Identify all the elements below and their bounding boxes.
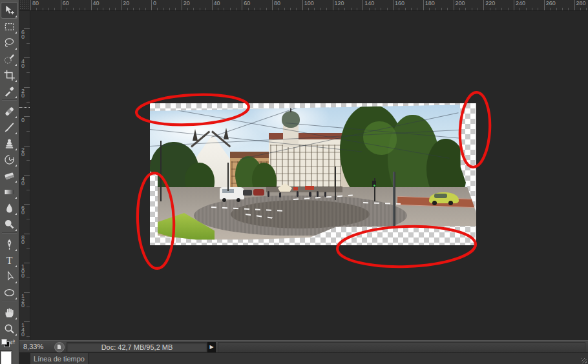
ruler-label: 100 bbox=[304, 1, 314, 6]
tool-ellipse-shape[interactable] bbox=[1, 285, 17, 300]
tool-lasso[interactable] bbox=[1, 35, 17, 50]
ruler-major-tick bbox=[544, 0, 545, 10]
photo-van-wheel bbox=[236, 198, 240, 202]
tool-move[interactable] bbox=[1, 3, 17, 18]
ruler-major-tick bbox=[242, 0, 242, 10]
ruler-minor-tick bbox=[127, 8, 128, 10]
healing-brush-icon bbox=[3, 105, 16, 118]
ruler-major-tick bbox=[24, 57, 30, 58]
tool-zoom[interactable] bbox=[1, 321, 17, 336]
photo-document[interactable] bbox=[150, 103, 476, 245]
tab-timeline[interactable]: Línea de tiempo bbox=[30, 353, 89, 364]
foreground-color-swatch[interactable] bbox=[1, 351, 12, 364]
ruler-major-tick bbox=[24, 234, 30, 234]
ruler-label: 80 bbox=[32, 1, 39, 6]
ruler-label: 140 bbox=[364, 1, 374, 6]
default-colors-icon[interactable] bbox=[1, 339, 9, 347]
ruler-minor-tick bbox=[163, 8, 164, 10]
ruler-label: 160 bbox=[395, 1, 404, 6]
type-icon: T bbox=[3, 254, 16, 267]
ruler-minor-tick bbox=[375, 8, 375, 10]
ruler-zero-dotted-line bbox=[19, 107, 30, 108]
ruler-minor-tick bbox=[85, 8, 85, 10]
quick-selection-icon bbox=[3, 52, 16, 66]
ruler-minor-tick bbox=[248, 8, 249, 10]
zoom-level-field[interactable]: 8,33% bbox=[23, 342, 43, 352]
ruler-minor-tick bbox=[501, 8, 502, 10]
tool-gradient[interactable] bbox=[1, 184, 17, 199]
ruler-minor-tick bbox=[175, 8, 176, 10]
swap-colors-icon[interactable]: ⇄ bbox=[10, 338, 15, 345]
ruler-major-tick bbox=[24, 28, 30, 29]
tool-type[interactable]: T bbox=[1, 252, 17, 268]
ruler-minor-tick bbox=[478, 8, 478, 10]
tool-spot-healing-brush[interactable] bbox=[1, 103, 17, 119]
stamp-icon bbox=[3, 137, 16, 150]
ruler-minor-tick bbox=[205, 8, 206, 10]
ruler-major-tick bbox=[121, 0, 121, 10]
ruler-minor-tick bbox=[296, 8, 297, 10]
tool-group-separator bbox=[2, 99, 17, 101]
ruler-minor-tick bbox=[405, 8, 406, 10]
ruler-label: 20 bbox=[184, 1, 190, 6]
ruler-major-tick bbox=[24, 116, 30, 117]
tool-history-brush[interactable] bbox=[1, 152, 17, 167]
status-menu-arrow-button[interactable]: ▶ bbox=[207, 342, 216, 352]
ruler-minor-tick bbox=[351, 8, 352, 10]
ruler-minor-tick bbox=[344, 8, 345, 10]
ruler-minor-tick bbox=[436, 8, 436, 10]
ruler-label: 100 bbox=[21, 265, 27, 278]
ruler-major-tick bbox=[24, 263, 30, 263]
ruler-major-tick bbox=[30, 0, 31, 10]
document-size-field[interactable]: Doc: 42,7 MB/95,2 MB bbox=[67, 342, 207, 352]
triangle-right-icon: ▶ bbox=[209, 345, 213, 350]
ruler-minor-tick bbox=[169, 8, 170, 10]
ruler-minor-tick bbox=[43, 8, 43, 10]
ruler-minor-tick bbox=[157, 8, 158, 10]
horizontal-ruler[interactable]: 8060402002040608010012014016018020022024… bbox=[30, 0, 588, 11]
ruler-minor-tick bbox=[187, 8, 188, 10]
ruler-minor-tick bbox=[429, 8, 430, 10]
photo-traffic-light-green bbox=[373, 185, 375, 187]
tool-crop[interactable] bbox=[1, 67, 17, 83]
tool-eraser[interactable] bbox=[1, 168, 17, 183]
ruler-minor-tick bbox=[26, 248, 30, 249]
ruler-minor-tick bbox=[586, 8, 587, 10]
photo-dark-car bbox=[243, 190, 252, 196]
ruler-minor-tick bbox=[339, 8, 339, 10]
status-popup-icon[interactable] bbox=[54, 342, 65, 352]
ruler-minor-tick bbox=[562, 8, 563, 10]
ruler-minor-tick bbox=[115, 8, 116, 10]
tool-quick-selection[interactable] bbox=[1, 51, 17, 66]
dodge-icon bbox=[3, 217, 16, 231]
ruler-major-tick bbox=[272, 0, 273, 10]
tool-pen[interactable] bbox=[1, 236, 17, 252]
tool-clone-stamp[interactable] bbox=[1, 136, 17, 151]
vertical-ruler[interactable]: 604020020406080100120140 bbox=[19, 10, 30, 340]
ruler-minor-tick bbox=[399, 8, 399, 10]
timeline-tab-strip bbox=[89, 353, 588, 364]
tool-brush[interactable] bbox=[1, 119, 17, 135]
ruler-minor-tick bbox=[26, 278, 30, 278]
ruler-minor-tick bbox=[133, 8, 134, 10]
tool-eyedropper[interactable] bbox=[1, 83, 17, 99]
tool-blur[interactable] bbox=[1, 200, 17, 216]
resize-grip-icon[interactable] bbox=[582, 358, 587, 363]
tool-dodge[interactable] bbox=[1, 216, 17, 232]
ruler-origin-box[interactable] bbox=[19, 0, 30, 11]
ellipse-shape-icon bbox=[3, 286, 16, 299]
panorama-photo-content bbox=[150, 103, 476, 245]
ruler-label: 120 bbox=[335, 1, 344, 6]
ruler-minor-tick bbox=[224, 8, 224, 10]
tool-hand[interactable] bbox=[1, 305, 17, 320]
ruler-label: 60 bbox=[21, 30, 27, 39]
ruler-minor-tick bbox=[218, 8, 218, 10]
ruler-major-tick bbox=[61, 0, 61, 10]
brush-icon bbox=[3, 121, 16, 134]
tool-rectangular-marquee[interactable] bbox=[1, 19, 17, 34]
ruler-minor-tick bbox=[26, 190, 30, 190]
pen-icon bbox=[3, 238, 16, 251]
photo-turret-dome bbox=[282, 111, 300, 128]
ruler-major-tick bbox=[574, 0, 575, 10]
tool-direct-selection[interactable] bbox=[1, 268, 17, 284]
